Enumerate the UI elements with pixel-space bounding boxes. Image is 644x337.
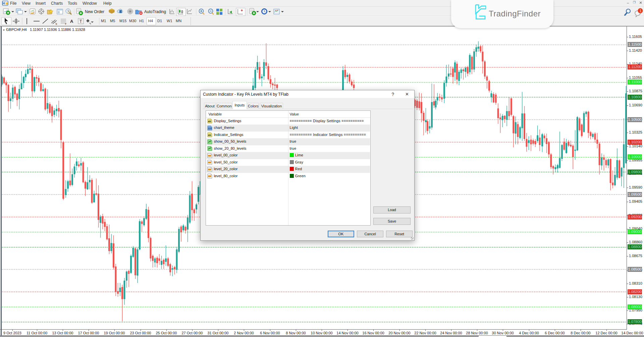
svg-text:New Order: New Order xyxy=(85,9,104,14)
svg-text:F: F xyxy=(65,23,66,25)
svg-text:ab: ab xyxy=(208,120,211,123)
svg-text:AutoTrading: AutoTrading xyxy=(144,9,166,14)
svg-text:E: E xyxy=(56,23,57,25)
svg-text:A: A xyxy=(70,19,73,24)
svg-text:1: 1 xyxy=(640,9,642,13)
svg-text:T: T xyxy=(79,19,82,24)
svg-text:ab: ab xyxy=(208,134,211,137)
svg-text:123: 123 xyxy=(208,127,212,130)
